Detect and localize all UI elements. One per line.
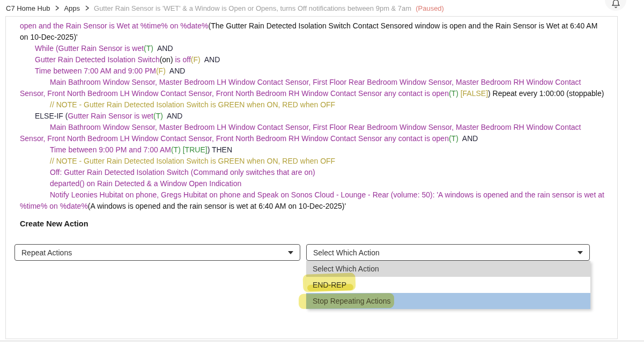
action-selects-row: Repeat Actions Select Which Action [14, 244, 617, 261]
rule-segment: (on) [160, 55, 173, 64]
rule-segment: (T) [144, 44, 153, 53]
rule-segment: (F) [191, 55, 201, 64]
rule-segment: ) Repeat every 1:00:00 (stoppable) [488, 89, 604, 98]
which-action-select-value: Select Which Action [313, 248, 380, 257]
rule-segment: // NOTE - Gutter Rain Detected Isolation… [50, 157, 335, 165]
rule-actions-text: open and the Rain Sensor is Wet at %time… [6, 17, 617, 212]
rule-segment: (T) [449, 134, 458, 143]
rule-line: Time between 9:00 PM and 7:00 AM(T) [TRU… [6, 144, 617, 156]
rule-segment: // NOTE - Gutter Rain Detected Isolation… [50, 100, 335, 109]
bell-icon [611, 0, 621, 10]
breadcrumb-current-rule: Gutter Rain Sensor is 'WET' & a Window i… [94, 4, 411, 12]
rule-line: Off: Gutter Rain Detected Isolation Swit… [6, 167, 617, 178]
rule-segment: (T) [153, 112, 163, 120]
rule-segment: (T) [171, 145, 181, 154]
rule-line: Main Bathroom Window Sensor, Master Bedr… [6, 77, 617, 99]
rule-line: Gutter Rain Detected Isolation Switch(on… [6, 54, 617, 65]
paused-status-badge: (Paused) [416, 4, 444, 12]
rule-line: Time between 7:00 AM and 9:00 PM(F) AND [6, 65, 617, 77]
rule-line: While (Gutter Rain Sensor is wet(T) AND [6, 43, 617, 54]
chevron-right-icon [54, 5, 60, 11]
rule-line: departed() on Rain Detected & a Window O… [6, 178, 617, 189]
rule-segment: departed() on Rain Detected & a Window O… [50, 179, 241, 188]
breadcrumb-apps-link[interactable]: Apps [64, 4, 80, 12]
breadcrumb: C7 Home Hub Apps Gutter Rain Sensor is '… [0, 0, 644, 16]
rule-segment: AND [163, 112, 183, 120]
rule-segment: AND [153, 44, 173, 53]
dropdown-arrow-icon [288, 251, 293, 254]
action-type-select-value: Repeat Actions [21, 248, 72, 257]
rule-line: // NOTE - Gutter Rain Detected Isolation… [6, 99, 617, 111]
menu-option-stop-repeating-actions[interactable]: Stop Repeating Actions [306, 293, 590, 309]
rule-segment: While (Gutter Rain Sensor is wet [35, 44, 144, 53]
rule-line: open and the Rain Sensor is Wet at %time… [6, 20, 617, 43]
rule-segment: ELSE-IF ( [35, 112, 68, 120]
rule-segment: Gutter Rain Sensor is wet [68, 112, 153, 120]
rule-line: Main Bathroom Window Sensor, Master Bedr… [6, 122, 617, 144]
menu-option-end-rep[interactable]: END-REP [306, 277, 590, 293]
menu-option-select-which-action[interactable]: Select Which Action [306, 261, 590, 277]
rule-segment: Time between 9:00 PM and 7:00 AM [50, 145, 171, 154]
rule-segment: ) THEN [208, 145, 232, 154]
top-bar: C7 Home Hub Apps Gutter Rain Sensor is '… [0, 0, 644, 16]
action-type-select[interactable]: Repeat Actions [14, 244, 300, 261]
create-new-action-heading: Create New Action [20, 219, 617, 228]
rule-segment: AND [458, 134, 478, 143]
rule-segment: AND [201, 55, 220, 64]
page-bottom-divider [0, 340, 644, 342]
rule-line: // NOTE - Gutter Rain Detected Isolation… [6, 156, 617, 167]
rule-line: ELSE-IF (Gutter Rain Sensor is wet(T) AN… [6, 111, 617, 122]
breadcrumb-home-link[interactable]: C7 Home Hub [6, 4, 50, 12]
rule-segment: (A windows is opened and the rain sensor… [88, 202, 346, 210]
rule-segment: Time between 7:00 AM and 9:00 PM [35, 67, 156, 75]
which-action-select[interactable]: Select Which Action [306, 244, 590, 261]
rule-segment: Off: Gutter Rain Detected Isolation Swit… [50, 168, 315, 177]
rule-segment: Gutter Rain Detected Isolation Switch [35, 55, 160, 64]
app-content-card: open and the Rain Sensor is Wet at %time… [5, 16, 618, 339]
rule-segment: [TRUE] [183, 145, 208, 154]
rule-segment: AND [166, 67, 186, 75]
rule-segment: open and the Rain Sensor is Wet at %time… [20, 21, 209, 30]
rule-segment: (T) [449, 89, 458, 98]
rule-segment: (F) [156, 67, 166, 75]
rule-segment: [FALSE] [461, 89, 488, 98]
chevron-right-icon [84, 5, 90, 11]
dropdown-arrow-icon [578, 251, 583, 254]
rule-line: Notify Leonies Hubitat on phone, Gregs H… [6, 189, 617, 212]
which-action-dropdown-menu: Select Which ActionEND-REPStop Repeating… [306, 261, 590, 309]
rule-segment: is off [173, 55, 191, 64]
rule-segment: Main Bathroom Window Sensor, Master Bedr… [20, 123, 583, 143]
